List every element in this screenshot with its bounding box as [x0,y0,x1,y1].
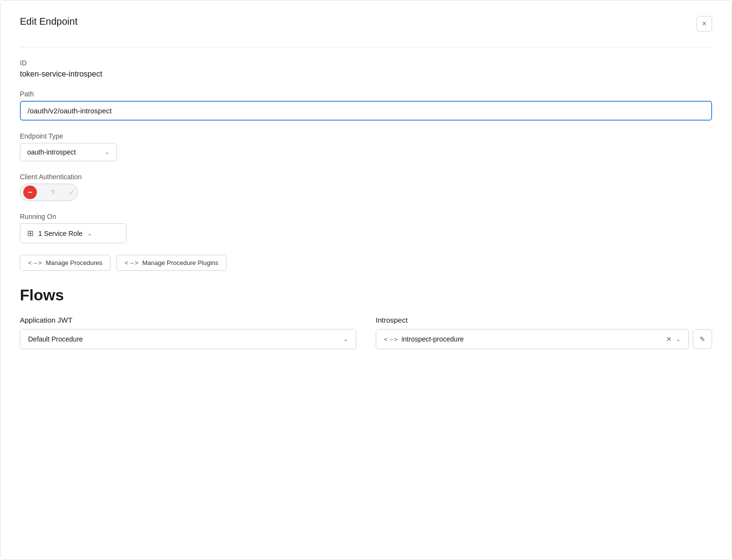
toggle-minus-icon: − [23,186,37,199]
id-value: token-service-introspect [20,70,712,78]
client-auth-toggle[interactable]: − ? ✓ [20,184,78,201]
path-section: Path [20,90,712,121]
manage-procedure-plugins-label: Manage Procedure Plugins [142,259,218,266]
running-on-section: Running On ⊞ 1 Service Role ⌄ [20,213,712,243]
introspect-right: ✕ ⌄ [666,335,681,343]
close-button[interactable]: × [697,16,712,31]
pencil-icon: ✎ [700,335,705,343]
chevron-down-icon: ⌄ [676,336,681,342]
introspect-row: <→> introspect-procedure ✕ ⌄ ✎ [376,329,712,349]
clear-introspect-icon[interactable]: ✕ [666,335,672,343]
header-divider [20,47,712,47]
running-on-value: 1 Service Role [38,230,82,237]
endpoint-type-section: Endpoint Type oauth-introspect ⌄ [20,132,712,161]
manage-procedure-plugins-button[interactable]: <→> Manage Procedure Plugins [116,255,226,271]
code-arrows-plugin-icon: <→> [125,259,138,266]
endpoint-type-dropdown[interactable]: oauth-introspect ⌄ [20,143,117,161]
code-icon: <→> [384,336,398,343]
toggle-check-icon: ✓ [69,188,75,196]
endpoint-type-label: Endpoint Type [20,132,712,140]
client-auth-toggle-row: − ? ✓ [20,184,712,201]
manage-procedures-label: Manage Procedures [46,259,102,266]
manage-procedures-button[interactable]: <→> Manage Procedures [20,255,111,271]
chevron-down-icon: ⌄ [105,149,110,156]
flows-title: Flows [20,286,712,304]
introspect-dropdown[interactable]: <→> introspect-procedure ✕ ⌄ [376,329,689,349]
code-arrows-icon: <→> [28,259,42,266]
application-jwt-label: Application JWT [20,316,356,324]
application-jwt-dropdown[interactable]: Default Procedure ⌄ [20,329,356,349]
client-auth-section: Client Authentication − ? ✓ [20,173,712,201]
id-label: ID [20,59,712,67]
flows-section: Flows Application JWT Default Procedure … [20,286,712,349]
action-buttons: <→> Manage Procedures <→> Manage Procedu… [20,255,712,271]
chevron-down-icon: ⌄ [87,230,92,237]
edit-introspect-button[interactable]: ✎ [693,329,712,349]
id-section: ID token-service-introspect [20,59,712,78]
server-icon: ⊞ [27,229,33,238]
application-jwt-value: Default Procedure [28,335,83,343]
running-on-label: Running On [20,213,712,220]
introspect-value: introspect-procedure [401,335,463,343]
toggle-question-icon: ? [41,188,65,196]
introspect-left: <→> introspect-procedure [384,335,464,343]
flows-grid: Application JWT Default Procedure ⌄ Intr… [20,316,712,349]
modal-title: Edit Endpoint [20,16,78,27]
chevron-down-icon: ⌄ [343,336,348,342]
introspect-flow: Introspect <→> introspect-procedure ✕ ⌄ [376,316,712,349]
application-jwt-flow: Application JWT Default Procedure ⌄ [20,316,356,349]
path-input[interactable] [20,101,712,121]
endpoint-type-value: oauth-introspect [27,148,76,156]
modal: Edit Endpoint × ID token-service-introsp… [0,0,732,560]
client-auth-label: Client Authentication [20,173,712,181]
path-label: Path [20,90,712,98]
introspect-label: Introspect [376,316,712,324]
running-on-dropdown[interactable]: ⊞ 1 Service Role ⌄ [20,223,127,243]
modal-header: Edit Endpoint × [20,16,712,31]
